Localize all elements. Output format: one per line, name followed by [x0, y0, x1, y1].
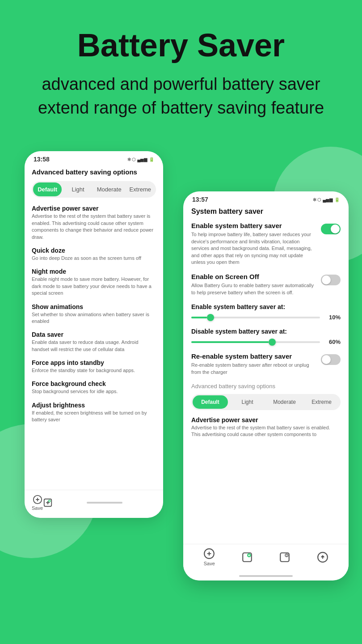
setting-desc: Enable night mode to save more battery. … [32, 276, 156, 297]
toggle-title-reenable: Re-enable system battery saver [191, 352, 316, 360]
save-label: Save [32, 505, 43, 511]
front-tab-extreme[interactable]: Extreme [304, 395, 339, 409]
list-item: Adjust brightness If enabled, the screen… [32, 402, 156, 424]
save-button[interactable]: Save [32, 495, 43, 511]
front-advertise-title: Advertise power saver [191, 416, 341, 424]
setting-title: Data saver [32, 331, 156, 338]
slider-enable-at: Enable system battery saver at: 10% [191, 303, 341, 321]
front-remove-button[interactable] [279, 551, 290, 563]
setting-title: Quick doze [32, 247, 156, 254]
tab-moderate[interactable]: Moderate [94, 182, 124, 196]
slider-enable-row: 10% [191, 314, 341, 321]
slider-disable-thumb [269, 339, 276, 346]
phone-back-screen: 13:58 ✻ ⬡ ▄▅▆ 🔋 Advanced battery saving … [25, 151, 163, 518]
front-tab-default[interactable]: Default [193, 395, 228, 409]
phone-front-screen: 13:57 ✻ ⬡ ▄▅▆ 🔋 System battery saver Ena… [183, 191, 349, 580]
front-restore-button[interactable] [317, 551, 328, 563]
setting-title: Night mode [32, 268, 156, 275]
phone-front-tabs[interactable]: Default Light Moderate Extreme [191, 394, 341, 410]
setting-desc: Enable data saver to reduce data usage. … [32, 339, 156, 353]
setting-title: Show animations [32, 303, 156, 310]
setting-desc: Advertise to the rest of the system that… [32, 213, 156, 241]
phone-front-time: 13:57 [192, 196, 208, 203]
slider-enable-value: 10% [324, 314, 341, 321]
list-item: Force apps into standby Enforce the stan… [32, 359, 156, 374]
setting-desc: Enforce the standby state for background… [32, 367, 156, 374]
header-section: Battery Saver advanced and powerful batt… [0, 0, 362, 138]
tab-default[interactable]: Default [33, 182, 62, 196]
toggle-knob-screen-off [322, 275, 331, 284]
toggle-info-enable: Enable system battery saver To help impr… [191, 222, 321, 266]
list-item: Night mode Enable night mode to save mor… [32, 268, 156, 297]
toggle-switch-screen-off[interactable] [321, 275, 341, 285]
phone-back-tabs[interactable]: Default Light Moderate Extreme [32, 181, 156, 198]
home-indicator-front [183, 575, 349, 580]
phone-back-content: Advanced battery saving options Default … [25, 165, 163, 490]
slider-disable-track[interactable] [191, 341, 320, 343]
setting-desc: Go into deep Doze as soon as the screen … [32, 255, 156, 262]
toggle-row-enable: Enable system battery saver To help impr… [191, 222, 341, 266]
toggle-knob-reenable [322, 355, 331, 364]
front-add-button[interactable] [241, 551, 253, 563]
list-item: Advertise power saver Advertise to the r… [32, 205, 156, 241]
phone-front-status-icons: ✻ ⬡ ▄▅▆ 🔋 [313, 197, 340, 202]
phone-back-status-icons: ✻ ⬡ ▄▅▆ 🔋 [127, 157, 154, 162]
toggle-desc-reenable: Re-enable system battery saver after reb… [191, 362, 316, 376]
setting-desc: Set whether to show animations when batt… [32, 311, 156, 325]
toggle-knob-enable [331, 225, 340, 233]
phone-back-time: 13:58 [34, 156, 50, 163]
phone-front-title: System battery saver [191, 205, 341, 222]
toggle-switch-reenable[interactable] [321, 354, 341, 365]
toggle-desc-screen-off: Allow Battery Guru to enable battery sav… [191, 282, 316, 296]
phone-back-settings-list: Advertise power saver Advertise to the r… [32, 205, 156, 429]
slider-enable-thumb [207, 314, 214, 321]
slider-disable-fill [191, 341, 269, 343]
phone-back-title: Advanced battery saving options [32, 165, 156, 181]
advanced-label: Advanced battery saving options [191, 383, 341, 390]
setting-title: Force background check [32, 380, 156, 387]
front-advertise-item: Advertise power saver Advertise to the r… [191, 416, 341, 438]
phone-front-status-bar: 13:57 ✻ ⬡ ▄▅▆ 🔋 [183, 191, 349, 205]
slider-disable-at: Disable system battery saver at: 60% [191, 328, 341, 345]
front-tab-light[interactable]: Light [230, 395, 265, 409]
front-tab-moderate[interactable]: Moderate [267, 395, 302, 409]
setting-desc: If enabled, the screen brightness will b… [32, 410, 156, 424]
front-advertise-desc: Advertise to the rest of the system that… [191, 424, 341, 438]
slider-disable-label: Disable system battery saver at: [191, 328, 341, 335]
setting-title: Adjust brightness [32, 402, 156, 409]
toggle-row-reenable: Re-enable system battery saver Re-enable… [191, 352, 341, 376]
toggle-title-enable: Enable system battery saver [191, 222, 316, 229]
front-save-button[interactable]: Save [203, 548, 215, 566]
list-item: Show animations Set whether to show anim… [32, 303, 156, 325]
setting-desc: Stop background services for idle apps. [32, 388, 156, 395]
toggle-title-screen-off: Enable on Screen Off [191, 273, 316, 280]
divider-bar [239, 575, 293, 577]
home-indicator [87, 502, 122, 504]
list-item: Force background check Stop background s… [32, 380, 156, 395]
front-save-label: Save [204, 561, 215, 566]
phone-back: 13:58 ✻ ⬡ ▄▅▆ 🔋 Advanced battery saving … [25, 151, 163, 518]
tab-light[interactable]: Light [63, 182, 92, 196]
toggle-info-screen-off: Enable on Screen Off Allow Battery Guru … [191, 273, 321, 296]
add-profile-button[interactable] [43, 498, 53, 508]
app-subtitle: advanced and powerful battery saver exte… [18, 72, 344, 120]
toggle-desc-enable: To help improve battery life, battery sa… [191, 231, 316, 266]
list-item: Data saver Enable data saver to reduce d… [32, 331, 156, 353]
slider-enable-fill [191, 317, 207, 318]
app-title: Battery Saver [18, 27, 344, 64]
phone-front: 13:57 ✻ ⬡ ▄▅▆ 🔋 System battery saver Ena… [183, 191, 349, 580]
phone-back-bottom-bar: Save [25, 490, 163, 518]
phone-front-bottom-bar: Save [183, 544, 349, 575]
phone-back-status-bar: 13:58 ✻ ⬡ ▄▅▆ 🔋 [25, 151, 163, 165]
toggle-info-reenable: Re-enable system battery saver Re-enable… [191, 352, 321, 376]
setting-title: Force apps into standby [32, 359, 156, 366]
slider-disable-row: 60% [191, 339, 341, 345]
slider-enable-track[interactable] [191, 317, 320, 318]
slider-disable-value: 60% [324, 339, 341, 345]
slider-enable-label: Enable system battery saver at: [191, 303, 341, 310]
toggle-row-screen-off: Enable on Screen Off Allow Battery Guru … [191, 273, 341, 296]
setting-title: Advertise power saver [32, 205, 156, 212]
tab-extreme[interactable]: Extreme [126, 182, 155, 196]
toggle-switch-enable[interactable] [321, 224, 341, 234]
list-item: Quick doze Go into deep Doze as soon as … [32, 247, 156, 262]
